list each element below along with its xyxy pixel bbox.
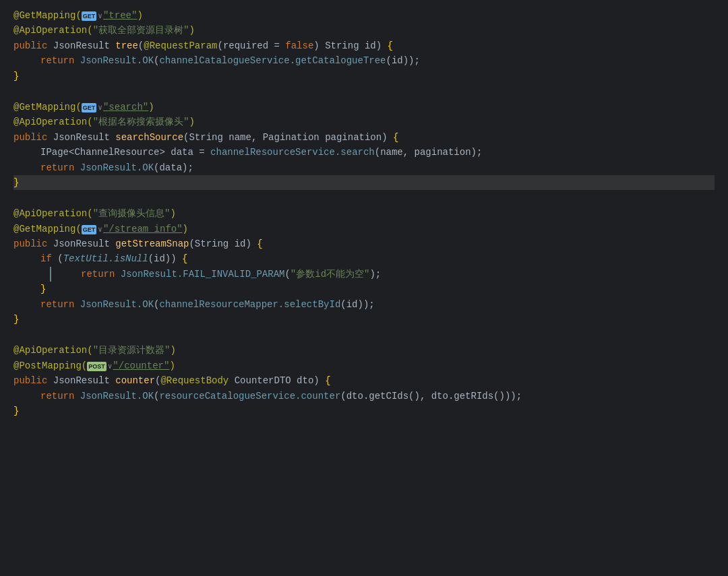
counter-section: @ApiOperation("目录资源计数器") @PostMapping(PO… — [13, 343, 715, 418]
line-apioperation-counter: @ApiOperation("目录资源计数器") — [13, 343, 715, 358]
line-postmapping-counter: @PostMapping(POST∨"/counter") — [13, 358, 715, 373]
line-apioperation-search: @ApiOperation("根据名称搜索摄像头") — [13, 115, 715, 129]
line-return-fail-stream: return JsonResult.FAIL_INVALID_PARAM("参数… — [50, 267, 715, 282]
line-if-stream: if (TextUtil.isNull(id)) { — [13, 251, 715, 266]
post-icon-counter: POST — [87, 362, 107, 371]
search-section: @GetMapping(GET∨"search") @ApiOperation(… — [13, 100, 715, 190]
get-icon: GET — [82, 10, 98, 23]
line-close-search: } — [13, 175, 715, 190]
line-getmapping-stream: @GetMapping(GET∨"/stream_info") — [13, 222, 715, 236]
get-icon-stream: GET — [82, 225, 97, 234]
line-close-tree: } — [13, 69, 715, 84]
line-return-tree: return JsonResult.OK(channelCatalogueSer… — [13, 53, 715, 68]
line-close-counter: } — [13, 404, 715, 418]
line-close-stream: } — [13, 312, 715, 327]
line-method-tree: public JsonResult tree(@RequestParam(req… — [13, 38, 715, 53]
line-apioperation-stream: @ApiOperation("查询摄像头信息") — [13, 206, 715, 221]
line-method-stream: public JsonResult getStreamSnap(String i… — [13, 236, 715, 251]
line-method-counter: public JsonResult counter(@RequestBody C… — [13, 373, 715, 388]
line-ipage-search: IPage<ChannelResource> data = channelRes… — [13, 145, 715, 160]
line-method-search: public JsonResult searchSource(String na… — [13, 130, 715, 145]
line-apioperation-tree: @ApiOperation("获取全部资源目录树") — [13, 23, 715, 38]
line-return-counter: return JsonResult.OK(resourceCatalogueSe… — [13, 389, 715, 404]
line-getmapping-tree: @GetMapping(GET∨"tree") — [13, 8, 715, 23]
code-editor: @GetMapping(GET∨"tree") @ApiOperation("获… — [0, 5, 728, 437]
tree-section: @GetMapping(GET∨"tree") @ApiOperation("获… — [13, 8, 715, 84]
line-return-stream: return JsonResult.OK(channelResourceMapp… — [13, 297, 715, 312]
get-icon-search: GET — [82, 103, 97, 113]
line-getmapping-search: @GetMapping(GET∨"search") — [13, 100, 715, 115]
stream-info-section: @ApiOperation("查询摄像头信息") @GetMapping(GET… — [13, 206, 715, 327]
line-return-search: return JsonResult.OK(data); — [13, 160, 715, 175]
line-close-if-stream: } — [13, 282, 715, 296]
